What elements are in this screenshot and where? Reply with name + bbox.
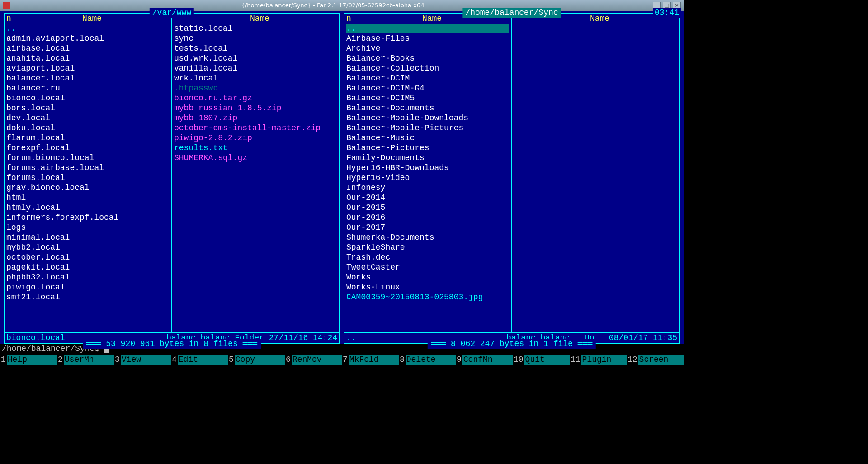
list-item[interactable]: smf21.local <box>6 292 170 302</box>
list-item[interactable]: Archive <box>346 43 509 53</box>
list-item[interactable]: minimal.local <box>6 232 170 242</box>
list-item[interactable]: results.txt <box>174 143 337 153</box>
list-item[interactable]: Works-Linux <box>346 282 509 292</box>
list-item[interactable]: Infonesy <box>346 183 509 193</box>
list-item[interactable]: grav.bionco.local <box>6 183 170 193</box>
list-item[interactable]: Works <box>346 272 509 282</box>
list-item[interactable]: balancer.ru <box>6 83 170 93</box>
list-item[interactable]: aviaport.local <box>6 63 170 73</box>
list-item[interactable]: forexpf.local <box>6 143 170 153</box>
list-item[interactable]: Balancer-DCIM-G4 <box>346 83 509 93</box>
left-panel-path[interactable]: /var/www <box>150 8 194 18</box>
list-item[interactable]: TweetCaster <box>346 262 509 272</box>
list-item[interactable]: Our-2015 <box>346 203 509 213</box>
fkey-mkfold[interactable]: 7MkFold <box>342 355 399 365</box>
list-item[interactable]: .. <box>6 24 170 33</box>
list-item[interactable]: forums.airbase.local <box>6 163 170 173</box>
list-item[interactable]: october.local <box>6 252 170 262</box>
list-item[interactable]: pagekit.local <box>6 262 170 272</box>
list-item[interactable]: admin.aviaport.local <box>6 33 170 43</box>
list-item[interactable]: static.local <box>174 24 337 33</box>
list-item[interactable]: Hyper16-HBR-Downloads <box>346 163 509 173</box>
list-item[interactable]: Our-2017 <box>346 223 509 232</box>
fkey-copy[interactable]: 5Copy <box>228 355 285 365</box>
list-item[interactable]: Balancer-Collection <box>346 63 509 73</box>
list-item[interactable]: CAM00359~20150813-025803.jpg <box>346 292 509 302</box>
right-panel-path[interactable]: /home/balancer/Sync <box>462 8 561 18</box>
left-panel[interactable]: /var/www n Name ..admin.aviaport.localai… <box>4 13 340 344</box>
fkey-screen[interactable]: 12Screen <box>627 355 684 365</box>
fkey-renmov[interactable]: 6RenMov <box>285 355 342 365</box>
list-item[interactable]: htmly.local <box>6 203 170 213</box>
fkey-plugin[interactable]: 11Plugin <box>570 355 627 365</box>
list-item[interactable]: Balancer-Books <box>346 53 509 63</box>
list-item[interactable]: bionco.local <box>6 93 170 103</box>
list-item[interactable]: Balancer-Music <box>346 133 509 143</box>
fkey-number: 11 <box>570 355 581 365</box>
list-item[interactable]: flarum.local <box>6 133 170 143</box>
right-panel-col1: n Name ..Airbase-FilesArchiveBalancer-Bo… <box>344 14 511 332</box>
list-item[interactable]: Balancer-DCIM <box>346 73 509 83</box>
list-item[interactable]: mybb_1807.zip <box>174 113 337 123</box>
list-item[interactable]: forum.bionco.local <box>6 153 170 163</box>
list-item[interactable]: vanilla.local <box>174 63 337 73</box>
list-item[interactable]: logs <box>6 223 170 232</box>
list-item[interactable]: usd.wrk.local <box>174 53 337 63</box>
fkey-quit[interactable]: 10Quit <box>513 355 570 365</box>
list-item[interactable]: html <box>6 193 170 203</box>
list-item[interactable]: informers.forexpf.local <box>6 213 170 223</box>
list-item[interactable]: Balancer-Documents <box>346 103 509 113</box>
list-item[interactable]: Balancer-Pictures <box>346 143 509 153</box>
fkey-label: Help <box>7 355 57 365</box>
status-selected-name: bionco.local <box>6 333 65 343</box>
col-name-header: Name <box>182 14 337 24</box>
list-item[interactable]: Balancer-Mobile-Downloads <box>346 113 509 123</box>
list-item[interactable]: Trash.dec <box>346 252 509 262</box>
list-item[interactable]: forums.local <box>6 173 170 183</box>
list-item[interactable]: tests.local <box>174 43 337 53</box>
list-item[interactable]: balancer.local <box>6 73 170 83</box>
list-item[interactable]: Balancer-DCIM5 <box>346 93 509 103</box>
list-item[interactable]: SHUMERKA.sql.gz <box>174 153 337 163</box>
list-item[interactable]: Airbase-Files <box>346 33 509 43</box>
fkey-label: Screen <box>638 355 684 365</box>
fkey-label: ConfMn <box>462 355 513 365</box>
fkey-edit[interactable]: 4Edit <box>171 355 228 365</box>
fkey-usermn[interactable]: 2UserMn <box>57 355 114 365</box>
list-item[interactable]: Hyper16-Video <box>346 173 509 183</box>
list-item[interactable]: wrk.local <box>174 73 337 83</box>
list-item[interactable]: piwigo-2.8.2.zip <box>174 133 337 143</box>
list-item[interactable]: Shumerka-Documents <box>346 232 509 242</box>
right-panel-summary: 8 062 247 bytes in 1 file <box>428 339 596 349</box>
list-item[interactable]: SparkleShare <box>346 242 509 252</box>
list-item[interactable]: .. <box>346 24 509 33</box>
fkey-confmn[interactable]: 9ConfMn <box>456 355 513 365</box>
list-item[interactable]: doku.local <box>6 123 170 133</box>
list-item[interactable]: Family-Documents <box>346 153 509 163</box>
list-item[interactable]: bors.local <box>6 103 170 113</box>
list-item[interactable]: mybb2.local <box>6 242 170 252</box>
list-item[interactable]: .htpasswd <box>174 83 337 93</box>
list-item[interactable]: Balancer-Mobile-Pictures <box>346 123 509 133</box>
fkey-delete[interactable]: 8Delete <box>399 355 456 365</box>
list-item[interactable]: piwigo.local <box>6 282 170 292</box>
list-item[interactable]: Our-2014 <box>346 193 509 203</box>
list-item[interactable]: anahita.local <box>6 53 170 63</box>
fkey-number: 5 <box>228 355 235 365</box>
list-item[interactable]: october-cms-install-master.zip <box>174 123 337 133</box>
fkey-number: 10 <box>513 355 524 365</box>
right-panel[interactable]: /home/balancer/Sync 03:41 n Name ..Airba… <box>344 13 680 344</box>
list-item[interactable]: sync <box>174 33 337 43</box>
fkey-number: 9 <box>456 355 462 365</box>
fkey-number: 6 <box>285 355 292 365</box>
list-item[interactable]: mybb russian 1.8.5.zip <box>174 103 337 113</box>
fkey-help[interactable]: 1Help <box>0 355 57 365</box>
list-item[interactable]: bionco.ru.tar.gz <box>174 93 337 103</box>
list-item[interactable]: phpbb32.local <box>6 272 170 282</box>
list-item[interactable]: Our-2016 <box>346 213 509 223</box>
left-panel-summary: 53 920 961 bytes in 8 files <box>83 339 261 349</box>
list-item[interactable]: airbase.local <box>6 43 170 53</box>
fkey-view[interactable]: 3View <box>114 355 171 365</box>
clock: 03:41 <box>653 8 681 18</box>
list-item[interactable]: dev.local <box>6 113 170 123</box>
